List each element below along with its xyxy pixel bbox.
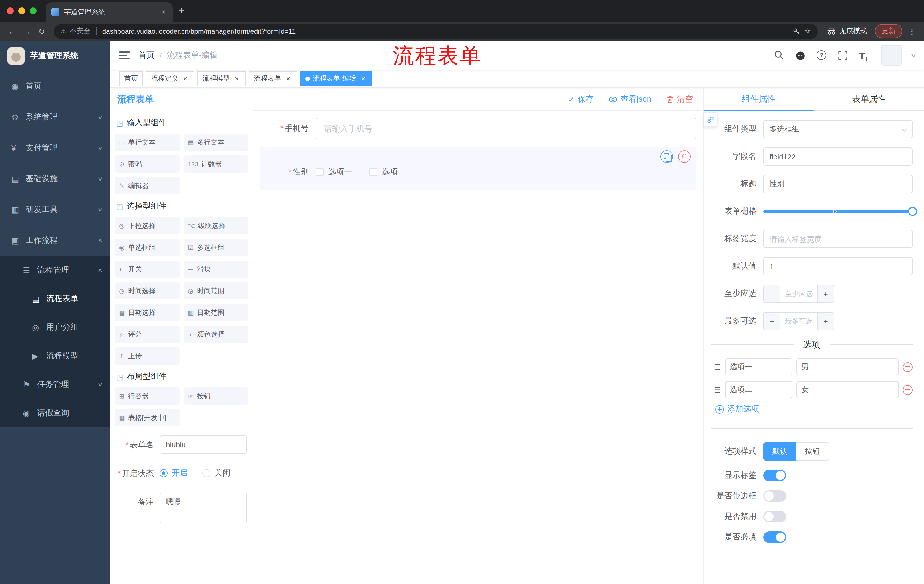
sidebar-item-user-group[interactable]: ◎ 用户分组 xyxy=(0,313,111,342)
breadcrumb-home[interactable]: 首页 xyxy=(139,50,154,60)
tag-close-icon[interactable]: × xyxy=(284,74,292,82)
component-item[interactable]: ◑ 颜色选择 xyxy=(184,326,248,343)
component-item[interactable]: ◶ 时间范围 xyxy=(184,282,248,299)
browser-update-button[interactable]: 更新 xyxy=(875,24,902,38)
component-type-select[interactable] xyxy=(763,120,912,138)
search-icon[interactable] xyxy=(773,49,785,61)
sidebar-item-infrastructure[interactable]: ▤ 基础设施 ∨ xyxy=(0,163,111,194)
back-icon[interactable]: ← xyxy=(5,24,20,39)
grid-slider[interactable] xyxy=(763,202,912,220)
tab-form-props[interactable]: 表单属性 xyxy=(814,88,924,110)
bookmark-star-icon[interactable]: ☆ xyxy=(804,27,811,35)
component-item[interactable]: ▭ 单行文本 xyxy=(115,134,179,151)
component-item[interactable]: ▥ 日期范围 xyxy=(184,304,248,321)
tag-home[interactable]: 首页 xyxy=(119,71,143,86)
url-text[interactable]: dashboard.yudao.iocoder.cn/bpm/manager/f… xyxy=(102,27,296,35)
save-button[interactable]: ✓ 保存 xyxy=(568,94,594,104)
decrease-button[interactable]: − xyxy=(764,285,780,302)
help-icon[interactable]: ? xyxy=(815,49,828,61)
slider-track[interactable] xyxy=(763,210,912,213)
component-item[interactable]: ▦ 日期选择 xyxy=(115,304,179,321)
option-value-input[interactable] xyxy=(796,381,899,398)
component-item[interactable]: ▦ 表格[开发中] xyxy=(115,409,179,426)
reload-icon[interactable]: ↻ xyxy=(34,24,49,39)
tag-close-icon[interactable]: × xyxy=(233,74,241,82)
option-label-input[interactable] xyxy=(725,381,792,398)
phone-input[interactable] xyxy=(316,118,696,140)
form-name-input[interactable] xyxy=(160,436,247,454)
component-item[interactable]: ⌥ 级联选择 xyxy=(184,217,248,234)
component-item[interactable]: ↥ 上传 xyxy=(115,347,179,365)
component-item[interactable]: ☑ 多选框组 xyxy=(184,239,248,256)
avatar[interactable] xyxy=(881,45,901,66)
sidebar-item-home[interactable]: ◉ 首页 xyxy=(0,71,111,102)
title-input[interactable] xyxy=(763,175,912,193)
increase-button[interactable]: + xyxy=(817,285,834,302)
password-key-icon[interactable] xyxy=(793,27,801,35)
sidebar-logo[interactable]: 芋道管理系统 xyxy=(0,41,111,71)
sidebar-item-workflow[interactable]: ▣ 工作流程 ∧ xyxy=(0,225,111,256)
remove-option-icon[interactable] xyxy=(903,362,912,372)
component-item[interactable]: ◉ 单选框组 xyxy=(115,239,179,256)
zoom-window-button[interactable] xyxy=(30,7,36,14)
radio-on[interactable]: 开启 xyxy=(160,468,188,478)
avatar-caret-icon[interactable]: ∨ xyxy=(910,52,917,58)
sidebar-item-devtools[interactable]: ▦ 研发工具 ∨ xyxy=(0,194,111,225)
component-item[interactable]: 123 计数器 xyxy=(184,155,248,173)
style-default-button[interactable]: 默认 xyxy=(763,442,797,461)
field-name-input[interactable] xyxy=(763,147,912,166)
drag-handle-icon[interactable]: ☰ xyxy=(714,363,721,371)
browser-menu-icon[interactable]: ⋮ xyxy=(904,26,919,36)
github-icon[interactable] xyxy=(794,49,807,61)
component-item[interactable]: ☞ 按钮 xyxy=(184,387,248,405)
tag-process-form-edit[interactable]: 流程表单-编辑 × xyxy=(300,71,372,86)
default-value-input[interactable] xyxy=(763,257,912,275)
checkbox-option-2[interactable]: 选项二 xyxy=(370,167,406,177)
required-switch[interactable] xyxy=(763,531,786,543)
tag-process-definition[interactable]: 流程定义 × xyxy=(146,71,195,86)
checkbox-option-1[interactable]: 选项一 xyxy=(316,167,352,177)
font-size-icon[interactable]: TT xyxy=(857,49,870,61)
option-value-input[interactable] xyxy=(796,358,899,375)
component-item[interactable]: ⊞ 行容器 xyxy=(115,387,179,405)
component-item[interactable]: ⊙ 密码 xyxy=(115,155,179,173)
new-tab-button[interactable]: + xyxy=(173,5,190,22)
selected-gender-field[interactable]: *性别 选项一 选项二 xyxy=(260,147,696,190)
sidebar-item-payment[interactable]: ¥ 支付管理 ∨ xyxy=(0,133,111,163)
view-json-button[interactable]: 查看json xyxy=(609,94,651,104)
link-badge[interactable] xyxy=(704,112,718,127)
sidebar-item-task-management[interactable]: ⚑ 任务管理 ∨ xyxy=(0,370,111,399)
slider-thumb[interactable] xyxy=(908,207,917,216)
component-item[interactable]: ▤ 多行文本 xyxy=(184,134,248,151)
security-label[interactable]: 不安全 xyxy=(70,26,90,36)
forward-icon[interactable]: → xyxy=(20,24,34,39)
option-label-input[interactable] xyxy=(725,358,792,375)
radio-off[interactable]: 关闭 xyxy=(202,468,231,478)
tag-process-form[interactable]: 流程表单 × xyxy=(249,71,297,86)
sidebar-item-system[interactable]: ⚙ 系统管理 ∨ xyxy=(0,102,111,133)
remove-option-icon[interactable] xyxy=(903,385,912,395)
tag-close-icon[interactable]: × xyxy=(181,74,189,82)
style-button-button[interactable]: 按钮 xyxy=(797,442,829,461)
clear-button[interactable]: 清空 xyxy=(666,94,693,104)
close-window-button[interactable] xyxy=(7,7,14,14)
label-width-input[interactable] xyxy=(763,230,912,248)
component-item[interactable]: ◷ 时间选择 xyxy=(115,282,179,299)
min-checked-input[interactable] xyxy=(780,285,817,302)
increase-button[interactable]: + xyxy=(817,313,834,330)
component-item[interactable]: ⊸ 滑块 xyxy=(184,261,248,278)
sidebar-item-leave-query[interactable]: ◉ 请假查询 xyxy=(0,399,111,428)
show-label-switch[interactable] xyxy=(763,470,786,481)
tab-close-icon[interactable]: ✕ xyxy=(159,7,168,16)
component-item[interactable]: ◎ 下拉选择 xyxy=(115,217,179,234)
border-switch[interactable] xyxy=(763,490,786,502)
tag-process-model[interactable]: 流程模型 × xyxy=(197,71,246,86)
fullscreen-icon[interactable] xyxy=(836,49,849,61)
max-checked-input[interactable] xyxy=(780,313,817,330)
address-bar[interactable]: ⚠ 不安全 dashboard.yudao.iocoder.cn/bpm/man… xyxy=(54,24,818,39)
add-option-button[interactable]: 添加选项 xyxy=(715,404,912,414)
disabled-switch[interactable] xyxy=(763,511,786,522)
sidebar-collapse-icon[interactable] xyxy=(119,51,130,59)
component-item[interactable]: ☆ 评分 xyxy=(115,326,179,343)
minimize-window-button[interactable] xyxy=(18,7,25,14)
